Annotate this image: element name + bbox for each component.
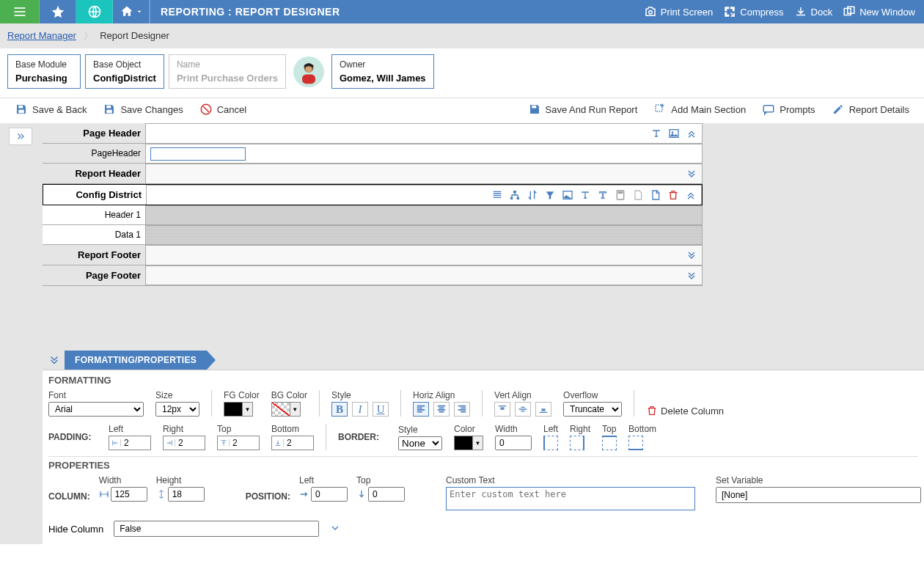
- align-center-button[interactable]: [433, 402, 450, 417]
- bold-button[interactable]: B: [331, 402, 348, 417]
- delete-column-button[interactable]: Delete Column: [646, 405, 724, 417]
- favorite-button[interactable]: [40, 0, 76, 23]
- save-run-button[interactable]: Save And Run Report: [528, 103, 638, 116]
- fg-label: FG Color: [224, 390, 260, 400]
- chevron-up-double-icon[interactable]: [686, 128, 697, 139]
- dock-icon: [794, 5, 807, 18]
- pad-bottom-input[interactable]: [271, 436, 314, 450]
- home-button[interactable]: [113, 0, 150, 23]
- page-footer-band[interactable]: Page Footer: [43, 265, 703, 286]
- pos-top-input[interactable]: [368, 487, 405, 502]
- add-main-label: Add Main Section: [671, 104, 746, 115]
- page-add-icon[interactable]: [650, 189, 661, 201]
- print-screen-button[interactable]: Print Screen: [644, 5, 714, 18]
- save-changes-button[interactable]: Save Changes: [103, 103, 183, 116]
- bg-color-picker[interactable]: ▼: [271, 402, 301, 417]
- camera-icon: [644, 5, 657, 18]
- tab-formatting-properties[interactable]: FORMATTING/PROPERTIES: [65, 351, 207, 370]
- font-select[interactable]: Arial: [48, 402, 144, 417]
- data1-body[interactable]: [145, 225, 703, 244]
- underline-button[interactable]: U: [373, 402, 389, 417]
- italic-button[interactable]: I: [352, 402, 368, 417]
- border-right-toggle[interactable]: [570, 436, 584, 450]
- chevron-down-double-icon[interactable]: [686, 270, 697, 282]
- svg-rect-2: [14, 15, 25, 16]
- prompts-button[interactable]: Prompts: [762, 103, 815, 116]
- dock-button[interactable]: Dock: [794, 5, 833, 18]
- report-header-band[interactable]: Report Header: [43, 164, 703, 184]
- data1-band[interactable]: Data 1: [43, 225, 703, 245]
- set-variable-input[interactable]: [716, 487, 921, 503]
- header1-body[interactable]: [145, 205, 703, 224]
- compress-button[interactable]: Compress: [723, 5, 783, 18]
- sort-icon[interactable]: [527, 189, 538, 201]
- width-input[interactable]: [111, 487, 147, 502]
- border-style-select[interactable]: None: [398, 436, 442, 450]
- size-select[interactable]: 12px: [155, 402, 199, 417]
- page-header-cell[interactable]: [150, 147, 246, 161]
- pad-top-input[interactable]: [217, 436, 260, 450]
- filter-icon[interactable]: [544, 189, 556, 201]
- base-module-label: Base Module: [15, 59, 73, 70]
- add-main-section-button[interactable]: Add Main Section: [653, 103, 746, 116]
- border-color-picker[interactable]: ▼: [454, 436, 483, 450]
- base-module-card[interactable]: Base Module Purchasing: [7, 54, 81, 89]
- page-header-body[interactable]: [145, 123, 703, 143]
- owner-card[interactable]: Owner Gomez, Will James: [331, 54, 434, 89]
- page-header-sub-band[interactable]: PageHeader: [43, 144, 703, 164]
- valign-middle-button[interactable]: [515, 402, 531, 417]
- valign-top-button[interactable]: [494, 402, 510, 417]
- page-icon[interactable]: [632, 189, 644, 201]
- calculator-icon[interactable]: [615, 189, 626, 201]
- report-details-button[interactable]: Report Details: [832, 103, 909, 116]
- expand-sidebar-button[interactable]: [9, 128, 32, 145]
- pos-left-input[interactable]: [311, 487, 348, 502]
- report-footer-band[interactable]: Report Footer: [43, 245, 703, 265]
- menu-button[interactable]: [0, 0, 40, 23]
- new-window-button[interactable]: New Window: [843, 5, 915, 18]
- text-icon[interactable]: [650, 128, 662, 139]
- align-right-button[interactable]: [454, 402, 470, 417]
- overflow-select[interactable]: Truncate: [563, 402, 622, 417]
- border-left-toggle[interactable]: [543, 436, 558, 450]
- trash-icon[interactable]: [667, 189, 679, 201]
- header1-band[interactable]: Header 1: [43, 205, 703, 225]
- image-icon[interactable]: [668, 128, 680, 139]
- height-input[interactable]: [168, 487, 205, 502]
- border-width-input[interactable]: [495, 436, 532, 450]
- base-object-card[interactable]: Base Object ConfigDistrict: [85, 54, 164, 89]
- valign-bottom-button[interactable]: [535, 402, 551, 417]
- globe-button[interactable]: [76, 0, 113, 23]
- config-district-band[interactable]: Config District: [43, 184, 703, 205]
- chevron-down-double-icon[interactable]: [686, 249, 697, 261]
- page-header-band[interactable]: Page Header: [43, 123, 703, 144]
- pad-right-input[interactable]: [163, 436, 205, 450]
- breadcrumb-manager-link[interactable]: Report Manager: [7, 30, 76, 41]
- text-outline-icon[interactable]: [597, 189, 609, 201]
- home-icon: [120, 4, 134, 19]
- hide-column-expand[interactable]: [329, 522, 341, 536]
- hide-column-input[interactable]: [114, 521, 319, 537]
- pad-left-input[interactable]: [109, 436, 151, 450]
- border-top-toggle[interactable]: [602, 436, 617, 450]
- align-left-button[interactable]: [413, 402, 429, 417]
- font-label: Font: [48, 390, 144, 400]
- image-icon[interactable]: [562, 189, 573, 201]
- name-card[interactable]: Name Print Purchase Orders: [169, 54, 286, 89]
- fg-color-picker[interactable]: ▼: [224, 402, 253, 417]
- compress-label: Compress: [740, 7, 783, 18]
- cancel-button[interactable]: Cancel: [199, 103, 246, 116]
- border-bottom-toggle[interactable]: [628, 436, 643, 450]
- svg-rect-13: [107, 106, 111, 109]
- star-icon: [51, 4, 65, 19]
- chevron-up-double-icon[interactable]: [685, 189, 697, 201]
- list-icon[interactable]: [491, 189, 503, 201]
- text-icon[interactable]: [579, 189, 591, 201]
- custom-text-input[interactable]: [446, 487, 695, 510]
- report-details-label: Report Details: [849, 104, 909, 115]
- chevron-down-double-icon[interactable]: [686, 168, 697, 180]
- save-back-button[interactable]: Save & Back: [15, 103, 87, 116]
- prompts-label: Prompts: [780, 104, 815, 115]
- panel-collapse-button[interactable]: [44, 353, 65, 367]
- hierarchy-icon[interactable]: [509, 189, 521, 201]
